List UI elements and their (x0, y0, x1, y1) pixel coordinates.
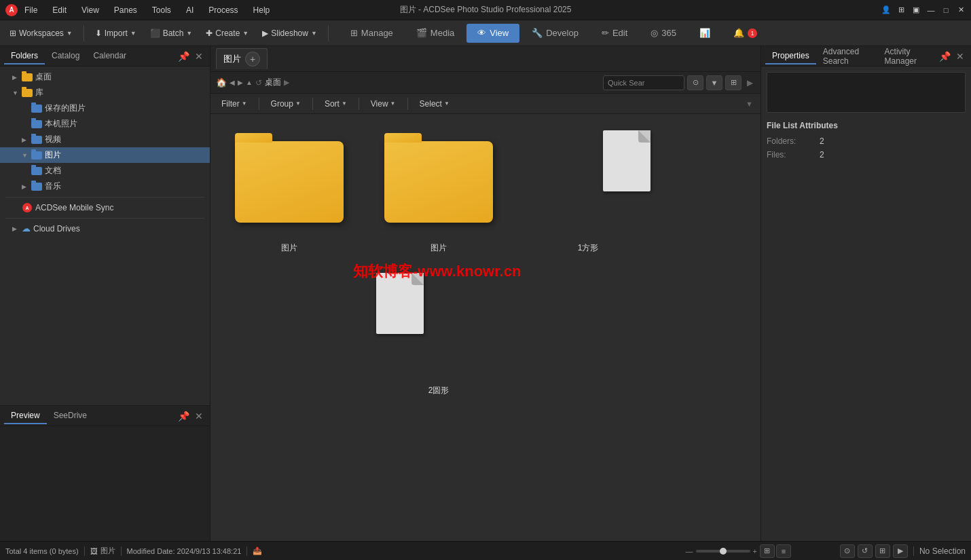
tree-item-library[interactable]: ▼ 库 (0, 85, 210, 100)
preview-close-icon[interactable]: ✕ (192, 411, 206, 422)
365-label: 365 (661, 28, 676, 38)
tab-advanced-search[interactable]: Advanced Search (816, 44, 878, 69)
tab-notification[interactable]: 🔔 1 (722, 24, 768, 43)
pictures-icon (31, 150, 42, 161)
panel-close-icon[interactable]: ✕ (192, 51, 206, 62)
zoom-in-icon[interactable]: + (753, 547, 757, 555)
file-item-folder1[interactable]: 图片 (215, 118, 364, 261)
tab-properties[interactable]: Properties (765, 48, 816, 64)
tab-develop[interactable]: 🔧 Develop (521, 24, 589, 43)
grid-spacer (215, 261, 364, 403)
doc2-name: 2圆形 (428, 385, 450, 396)
tree-item-saved-pics[interactable]: 保存的图片 (0, 100, 210, 116)
add-tab-button[interactable]: + (245, 52, 260, 67)
search-button[interactable]: ⊙ (687, 75, 703, 90)
tree-item-videos[interactable]: ▶ 视频 (0, 132, 210, 147)
list-view-button[interactable]: ≡ (776, 544, 791, 558)
slideshow-button[interactable]: ▶ Slideshow ▼ (257, 24, 323, 43)
menu-help[interactable]: Help (251, 4, 273, 16)
breadcrumb-desktop[interactable]: 桌面 (265, 77, 281, 88)
desktop-folder-icon (22, 72, 33, 83)
maximize-button[interactable]: □ (941, 5, 951, 15)
action-btn-4[interactable]: ▶ (893, 544, 908, 558)
preview-pin-icon[interactable]: 📌 (175, 411, 192, 422)
file-item-doc2[interactable]: 2圆形 (364, 261, 513, 403)
tab-365[interactable]: ◎ 365 (640, 24, 687, 43)
menu-tools[interactable]: Tools (149, 4, 174, 16)
menu-process[interactable]: Process (206, 4, 240, 16)
action-btn-3[interactable]: ⊞ (875, 544, 890, 558)
tree-item-acdsee-sync[interactable]: A ACDSee Mobile Sync (0, 200, 210, 215)
action-btn-2[interactable]: ↺ (858, 544, 873, 558)
tab-catalog[interactable]: Catalog (45, 48, 86, 64)
tab-stats[interactable]: 📊 (689, 24, 721, 43)
file-list-attributes-section: File List Attributes Folders: 2 Files: 2 (767, 121, 966, 162)
create-button[interactable]: ✚ Create ▼ (200, 24, 254, 43)
tab-activity-manager[interactable]: Activity Manager (878, 44, 936, 69)
acdsee-sync-icon: A (22, 202, 33, 213)
content-header: 图片 + (210, 46, 761, 72)
tree-item-music[interactable]: ▶ 音乐 (0, 179, 210, 194)
zoom-track[interactable] (696, 550, 750, 553)
properties-text-area[interactable] (767, 72, 966, 113)
status-sep-1 (84, 546, 85, 556)
bottom-action-buttons: ⊙ ↺ ⊞ ▶ (840, 544, 908, 558)
menu-edit[interactable]: Edit (50, 4, 69, 16)
content-tab-pictures[interactable]: 图片 + (216, 48, 268, 69)
panel-pin-icon[interactable]: 📌 (175, 51, 192, 62)
filter-button[interactable]: Filter ▼ (216, 96, 253, 111)
forward-button[interactable]: ▶ (238, 79, 243, 86)
tab-media[interactable]: 🎬 Media (405, 24, 465, 43)
batch-button[interactable]: ⬛ Batch ▼ (145, 24, 198, 43)
right-panel-pin-icon[interactable]: 📌 (936, 51, 953, 62)
import-button[interactable]: ⬇ Import ▼ (90, 24, 142, 43)
menu-file[interactable]: File (22, 4, 40, 16)
close-button[interactable]: ✕ (956, 5, 966, 15)
file-item-doc1[interactable]: 1方形 (513, 118, 663, 261)
select-button[interactable]: Select ▼ (414, 96, 455, 111)
tab-edit[interactable]: ✏ Edit (591, 24, 638, 43)
quick-search-box[interactable]: Quick Sear (603, 75, 684, 90)
window-controls: 👤 ⊞ ▣ — □ ✕ (881, 5, 966, 15)
tree-item-local-photos[interactable]: 本机照片 (0, 116, 210, 132)
file-item-folder2[interactable]: 图片 (364, 118, 513, 261)
advanced-filter-button[interactable]: ⊞ (725, 75, 741, 90)
action-btn-1[interactable]: ⊙ (840, 544, 855, 558)
tree-item-cloud-drives[interactable]: ▶ ☁ Cloud Drives (0, 221, 210, 236)
back-button[interactable]: ◀ (230, 79, 235, 86)
tab-seedrive[interactable]: SeeDrive (47, 408, 94, 424)
tab-manage[interactable]: ⊞ Manage (340, 24, 404, 43)
zoom-out-icon[interactable]: — (686, 547, 693, 555)
up-button[interactable]: ▲ (246, 79, 253, 86)
group-button[interactable]: Group ▼ (265, 96, 306, 111)
tab-folders[interactable]: Folders (4, 48, 45, 64)
export-icon[interactable]: 📤 (253, 546, 262, 555)
minimize-button[interactable]: — (926, 5, 936, 15)
view-button[interactable]: View ▼ (365, 96, 401, 111)
library-folder-icon (22, 88, 33, 98)
refresh-icon[interactable]: ↺ (255, 78, 262, 88)
tab-view[interactable]: 👁 View (466, 24, 519, 43)
menu-view[interactable]: View (79, 4, 102, 16)
user-icon[interactable]: 👤 (881, 5, 891, 15)
home-icon[interactable]: 🏠 (216, 77, 227, 88)
sort-button[interactable]: Sort ▼ (319, 96, 352, 111)
tree-item-docs[interactable]: 文档 (0, 163, 210, 179)
tree-item-desktop[interactable]: ▶ 桌面 (0, 69, 210, 85)
filter-options-button[interactable]: ▼ (706, 75, 722, 90)
tree-item-pictures[interactable]: ▼ 图片 (0, 147, 210, 163)
tab-calendar[interactable]: Calendar (86, 48, 133, 64)
tab-preview[interactable]: Preview (4, 408, 47, 424)
menu-panes[interactable]: Panes (111, 4, 140, 16)
toolbar-scroll-down[interactable]: ▼ (746, 100, 755, 108)
tree-label-desktop: 桌面 (35, 71, 52, 83)
panels-icon[interactable]: ▣ (911, 5, 921, 15)
scroll-right-button[interactable]: ▶ (744, 78, 755, 88)
tree-label-videos: 视频 (45, 134, 61, 145)
workspaces-button[interactable]: ⊞ Workspaces ▼ (4, 24, 78, 43)
menu-ai[interactable]: AI (183, 4, 196, 16)
right-panel-close-icon[interactable]: ✕ (953, 51, 967, 62)
thumbnail-view-button[interactable]: ⊞ (760, 544, 775, 558)
folder2-thumbnail (371, 125, 507, 238)
layout-icon[interactable]: ⊞ (896, 5, 906, 15)
